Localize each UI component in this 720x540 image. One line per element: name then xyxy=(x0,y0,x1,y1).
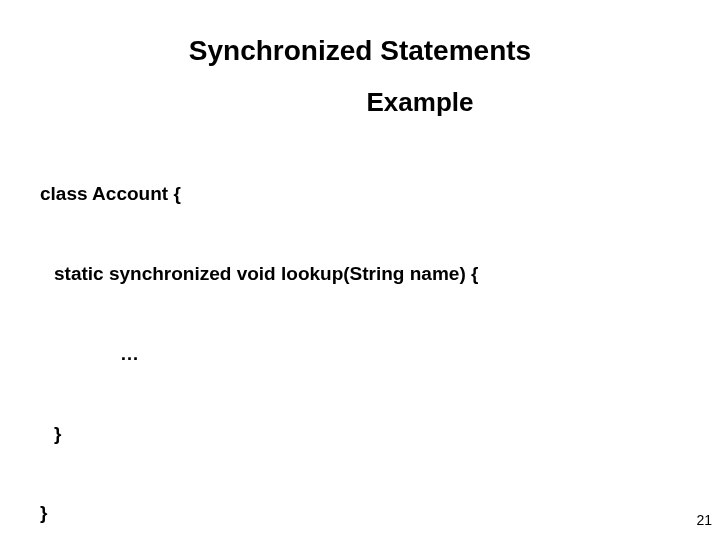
code-example: class Account { static synchronized void… xyxy=(40,128,680,540)
slide-container: Synchronized Statements Example class Ac… xyxy=(0,0,720,540)
code-line: … xyxy=(40,341,680,368)
page-number: 21 xyxy=(696,512,712,528)
slide-title: Synchronized Statements xyxy=(40,35,680,67)
code-line: } xyxy=(40,500,680,527)
code-line: class Account { xyxy=(40,181,680,208)
slide-subtitle: Example xyxy=(160,87,680,118)
code-line: static synchronized void lookup(String n… xyxy=(40,261,680,288)
code-line: } xyxy=(40,421,680,448)
